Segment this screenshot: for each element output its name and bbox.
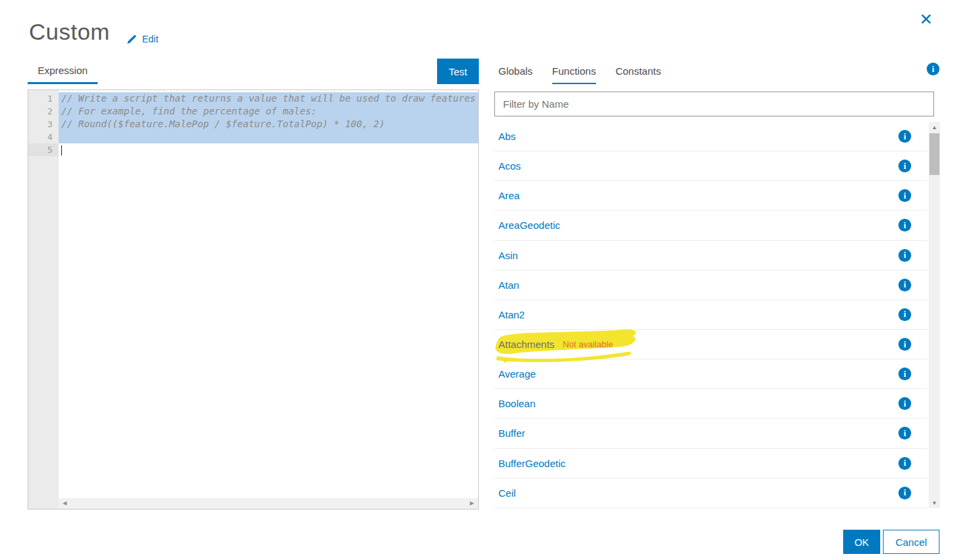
edit-label: Edit xyxy=(142,34,158,44)
function-link[interactable]: Asin xyxy=(498,250,518,261)
function-link[interactable]: Ceil xyxy=(498,487,516,499)
code-line-text: // Round(($feature.MalePop / $feature.To… xyxy=(59,118,478,131)
info-icon[interactable]: i xyxy=(898,457,911,470)
ok-button[interactable]: OK xyxy=(843,530,880,554)
function-link[interactable]: Acos xyxy=(498,160,521,172)
info-icon[interactable]: i xyxy=(898,249,911,262)
line-number: 4 xyxy=(28,131,59,143)
function-link[interactable]: AreaGeodetic xyxy=(498,219,560,231)
close-icon[interactable]: ✕ xyxy=(916,9,936,30)
info-icon[interactable]: i xyxy=(898,130,911,143)
function-row: Acos i xyxy=(494,151,927,181)
info-icon[interactable]: i xyxy=(898,308,911,321)
function-link[interactable]: Abs xyxy=(498,131,516,142)
scroll-up-icon[interactable]: ▲ xyxy=(929,125,940,131)
info-icon[interactable]: i xyxy=(898,427,911,440)
horizontal-scrollbar[interactable]: ◀ ▶ xyxy=(59,498,478,509)
function-row: AreaGeodetic i xyxy=(494,211,927,240)
function-row: Atan i xyxy=(494,271,927,300)
scroll-left-icon[interactable]: ◀ xyxy=(63,498,67,509)
code-line: 4 xyxy=(28,131,478,143)
cancel-button[interactable]: Cancel xyxy=(883,530,939,554)
pencil-icon xyxy=(127,34,137,44)
info-icon[interactable]: i xyxy=(898,189,911,202)
function-link[interactable]: Buffer xyxy=(498,427,525,439)
text-cursor xyxy=(61,145,62,155)
scrollbar-thumb[interactable] xyxy=(929,133,939,175)
info-icon[interactable]: i xyxy=(898,397,911,410)
code-line-text: // For example, find the percentage of m… xyxy=(59,105,478,118)
code-line-text xyxy=(59,131,478,143)
info-icon[interactable]: i xyxy=(927,63,939,75)
code-editor[interactable]: 1 // Write a script that returns a value… xyxy=(28,90,479,510)
function-row: Buffer i xyxy=(494,419,927,448)
function-row: BufferGeodetic i xyxy=(494,449,927,479)
function-row: Area i xyxy=(494,181,927,211)
not-available-badge: Not available xyxy=(562,339,613,349)
code-lines: 1 // Write a script that returns a value… xyxy=(28,92,478,156)
reference-tab[interactable]: Globals xyxy=(498,65,533,84)
code-line-text: // Write a script that returns a value t… xyxy=(59,92,478,105)
function-link[interactable]: BufferGeodetic xyxy=(498,458,566,469)
function-link[interactable]: Atan2 xyxy=(498,309,525,320)
info-icon[interactable]: i xyxy=(898,219,911,232)
edit-title-button[interactable]: Edit xyxy=(127,34,158,44)
page-title: Custom xyxy=(29,19,110,45)
scroll-down-icon[interactable]: ▼ xyxy=(929,500,940,506)
function-list: Abs i Acos i Area i AreaGeodetic xyxy=(494,122,927,508)
line-number: 3 xyxy=(28,118,59,131)
vertical-scrollbar[interactable]: ▲ ▼ xyxy=(929,122,940,508)
custom-expression-dialog: Custom Edit ✕ Expression Test 1 // Write… xyxy=(0,0,959,560)
scroll-right-icon[interactable]: ▶ xyxy=(470,498,474,509)
reference-tabs: Globals Functions Constants xyxy=(498,65,661,84)
line-number: 2 xyxy=(28,105,59,118)
info-icon[interactable]: i xyxy=(898,160,911,172)
filter-input[interactable] xyxy=(494,92,934,116)
panel-info: i xyxy=(927,63,939,75)
function-link[interactable]: Area xyxy=(498,190,520,201)
function-row: Abs i xyxy=(494,122,927,151)
function-row: Boolean i xyxy=(494,389,927,419)
function-row: Average i xyxy=(494,359,927,389)
function-row: Attachments Not available i xyxy=(494,330,927,359)
line-number: 5 xyxy=(28,143,59,156)
code-line: 2 // For example, find the percentage of… xyxy=(28,105,478,118)
test-button[interactable]: Test xyxy=(437,59,479,84)
info-icon[interactable]: i xyxy=(898,368,911,380)
function-link[interactable]: Boolean xyxy=(498,398,535,409)
code-line-text xyxy=(59,143,478,156)
tab-expression[interactable]: Expression xyxy=(28,65,98,84)
function-link[interactable]: Average xyxy=(498,368,536,380)
info-icon[interactable]: i xyxy=(898,279,911,291)
code-line: 5 xyxy=(28,143,478,156)
function-row: Ceil i xyxy=(494,479,927,508)
line-number: 1 xyxy=(28,92,59,105)
function-link[interactable]: Atan xyxy=(498,279,519,291)
code-line: 1 // Write a script that returns a value… xyxy=(28,92,478,105)
reference-tab[interactable]: Functions xyxy=(552,65,596,84)
info-icon[interactable]: i xyxy=(898,338,911,351)
function-row: Atan2 i xyxy=(494,300,927,330)
info-icon[interactable]: i xyxy=(898,487,911,499)
function-link[interactable]: Attachments xyxy=(498,339,554,350)
reference-tab[interactable]: Constants xyxy=(616,65,661,84)
function-row: Asin i xyxy=(494,241,927,271)
code-line: 3 // Round(($feature.MalePop / $feature.… xyxy=(28,118,478,131)
